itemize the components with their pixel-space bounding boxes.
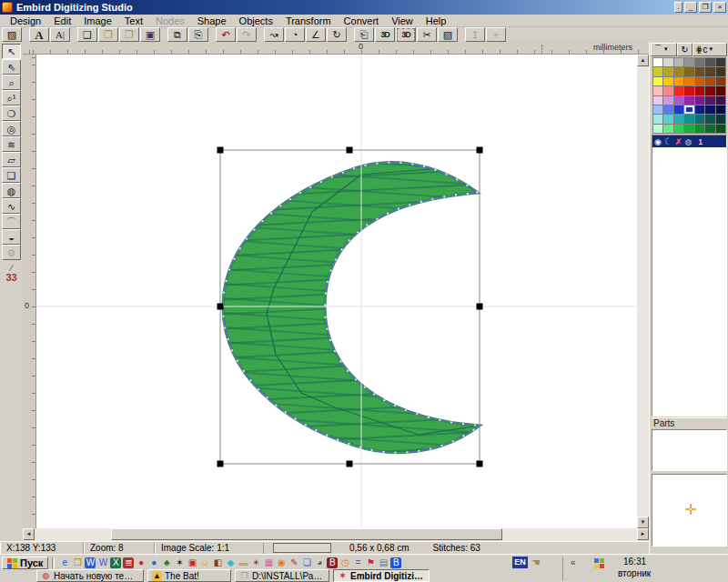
column-pair-tool[interactable]: ❏: [2, 167, 21, 183]
color-swatch[interactable]: [695, 105, 704, 114]
selection-handle[interactable]: [347, 461, 353, 467]
save-button[interactable]: ▣: [140, 27, 160, 42]
color-swatch[interactable]: [716, 58, 725, 66]
close-button[interactable]: ×: [713, 2, 726, 13]
menu-image[interactable]: Image: [77, 15, 118, 26]
color-swatch[interactable]: [653, 67, 662, 75]
restore-button[interactable]: ❐: [699, 2, 712, 13]
outline-region-tool[interactable]: ◍: [2, 183, 21, 198]
scroll-up-button[interactable]: ▲: [637, 55, 649, 66]
regenerate-button[interactable]: ⎗: [354, 27, 374, 42]
color-swatch[interactable]: [663, 58, 672, 66]
clock-time[interactable]: 16:31: [623, 557, 646, 567]
fill-hole-tool[interactable]: ◎: [2, 121, 21, 136]
color-swatch[interactable]: [716, 115, 725, 123]
color-swatch[interactable]: [653, 125, 662, 133]
scroll-right-button[interactable]: ►: [637, 528, 649, 540]
red-box-icon[interactable]: ▣: [186, 557, 198, 569]
design-browser-button[interactable]: ▨: [2, 27, 22, 42]
color-swatch[interactable]: [684, 77, 693, 85]
copy-button[interactable]: ⧉: [167, 27, 187, 42]
color-swatch[interactable]: [663, 77, 672, 85]
menu-convert[interactable]: Convert: [338, 15, 386, 26]
color-swatch[interactable]: [695, 115, 704, 123]
equals-icon[interactable]: =: [351, 557, 364, 569]
tree-icon[interactable]: ♣: [160, 557, 173, 569]
selection-handle[interactable]: [477, 147, 483, 154]
color-swatch[interactable]: [663, 86, 672, 95]
fill-pattern-dropdown[interactable]: ⋕c ▾: [693, 43, 727, 56]
color-swatch[interactable]: [653, 105, 662, 114]
tray-app-icon[interactable]: [594, 558, 604, 568]
new-button[interactable]: ❑: [77, 27, 97, 42]
books-icon[interactable]: ≣: [122, 557, 135, 569]
scroll-left-button[interactable]: ◄: [23, 528, 35, 540]
minimize-button[interactable]: _: [684, 2, 697, 13]
object-list[interactable]: ◉ ☾ ✗ ◍ 1: [652, 135, 727, 416]
pen-icon[interactable]: ✎: [288, 557, 300, 569]
parts-list[interactable]: [652, 429, 727, 471]
color-swatch[interactable]: [705, 96, 714, 105]
menu-objects[interactable]: Objects: [233, 15, 279, 26]
menu-edit[interactable]: Edit: [47, 15, 77, 26]
clip-icon[interactable]: ▬: [237, 557, 249, 569]
color-swatch[interactable]: [684, 96, 693, 105]
task-folder[interactable]: ❒D:\INSTALL\Разное\Embird: [235, 569, 329, 582]
ie-icon[interactable]: e: [58, 557, 71, 569]
color-swatch[interactable]: [674, 86, 683, 95]
notepad-icon[interactable]: ▤: [377, 557, 389, 569]
color-swatch[interactable]: [695, 125, 704, 133]
excel-icon[interactable]: X: [109, 557, 122, 569]
color-swatch[interactable]: [653, 96, 662, 105]
menu-view[interactable]: View: [385, 15, 420, 26]
color-swatch[interactable]: [674, 115, 683, 123]
horizontal-scrollbar[interactable]: ◄ ►: [23, 528, 649, 541]
bluetooth-icon[interactable]: B: [389, 557, 402, 569]
zigzag-column-tool[interactable]: ∿: [2, 198, 21, 214]
color-swatch[interactable]: [684, 86, 693, 95]
palette-icon[interactable]: ◧: [211, 557, 224, 569]
flag-icon[interactable]: ⚑: [364, 557, 377, 569]
rotate-button[interactable]: ↻: [327, 27, 347, 42]
selected-color-swatch[interactable]: [684, 105, 693, 114]
color-swatch[interactable]: [653, 86, 662, 95]
arc-tool[interactable]: ⌒: [2, 214, 21, 229]
menu-help[interactable]: Help: [420, 15, 453, 26]
window-icon[interactable]: ❏: [300, 557, 313, 569]
selection-handle[interactable]: [347, 147, 353, 154]
color-swatch[interactable]: [705, 105, 714, 114]
color-swatch[interactable]: [695, 67, 704, 75]
view-3d-stitches-button[interactable]: 3D: [396, 27, 416, 42]
undo-button[interactable]: ↶: [216, 27, 236, 42]
color-swatch[interactable]: [695, 86, 704, 95]
case-b-icon[interactable]: B: [326, 557, 339, 569]
paste-button[interactable]: ⎘: [188, 27, 208, 42]
blue-ball-icon[interactable]: ●: [147, 557, 160, 569]
donut-icon[interactable]: ◉: [275, 557, 288, 569]
photo-icon[interactable]: ▦: [262, 557, 275, 569]
select-tool[interactable]: ↖: [2, 44, 21, 59]
word-icon[interactable]: W: [84, 557, 96, 569]
color-swatch[interactable]: [705, 67, 714, 75]
angle-button[interactable]: ∠: [306, 27, 326, 42]
color-swatch[interactable]: [716, 77, 725, 85]
color-swatch[interactable]: [695, 77, 704, 85]
color-swatch[interactable]: [684, 125, 693, 133]
color-swatch[interactable]: [705, 86, 714, 95]
star-icon[interactable]: ✶: [173, 557, 186, 569]
selection-handle[interactable]: [217, 461, 224, 467]
color-swatch[interactable]: [695, 58, 704, 66]
connection-shape-tool[interactable]: ◒: [2, 229, 21, 245]
color-swatch[interactable]: [684, 67, 693, 75]
lettering-button[interactable]: A: [29, 27, 49, 42]
selection-handle[interactable]: [477, 461, 483, 467]
menu-shape[interactable]: Shape: [191, 15, 233, 26]
window-menu-button[interactable]: .: [674, 2, 682, 13]
view-3d-button[interactable]: 3D: [375, 27, 395, 42]
color-swatch[interactable]: [705, 58, 714, 66]
color-swatch[interactable]: [674, 67, 683, 75]
clock-icon[interactable]: ◷: [339, 557, 351, 569]
color-swatch[interactable]: [716, 67, 725, 75]
zoom-1-1-tool[interactable]: ⌕¹: [2, 90, 21, 105]
diamond-icon[interactable]: ◆: [224, 557, 237, 569]
